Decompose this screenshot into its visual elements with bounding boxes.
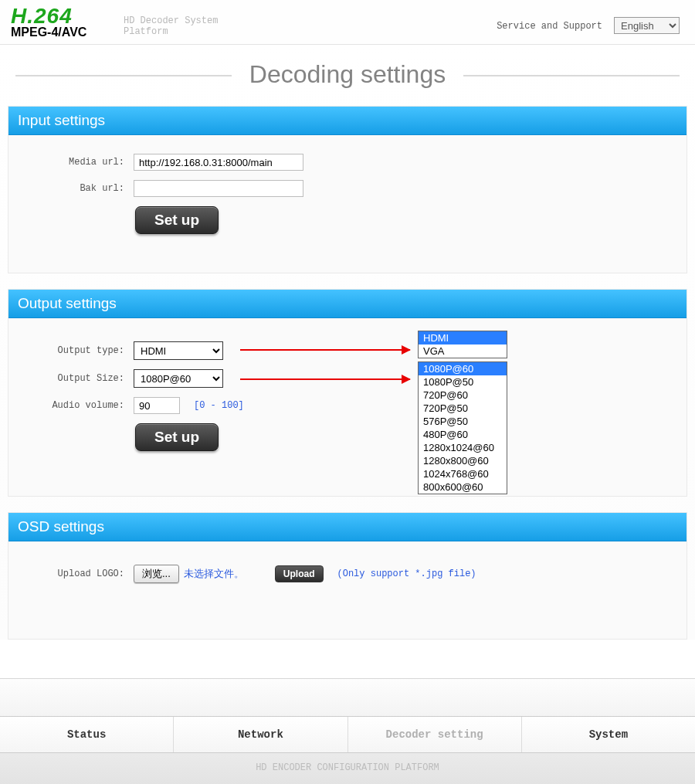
option-vga[interactable]: VGA [419,344,507,358]
bottom-area: Status Network Decoder setting System HD… [0,678,695,784]
option-1024x768-60[interactable]: 1024x768@60 [419,467,507,480]
output-setup-button[interactable]: Set up [135,423,219,451]
input-settings-panel: Input settings Media url: Bak url: Set u… [8,106,687,273]
page-body: Decoding settings Input settings Media u… [0,45,695,640]
input-setup-button[interactable]: Set up [135,206,219,234]
arrow-output-size [240,378,410,380]
tab-decoder[interactable]: Decoder setting [348,717,522,752]
audio-volume-input[interactable] [134,397,180,414]
option-480p-60[interactable]: 480P@60 [419,428,507,441]
option-1080p-50[interactable]: 1080P@50 [419,375,507,389]
option-hdmi[interactable]: HDMI [419,331,507,344]
file-status-text: 未选择文件。 [184,567,244,581]
upload-button[interactable]: Upload [275,565,324,582]
output-type-options-popup[interactable]: HDMIVGA [418,331,507,358]
option-1280x1024-60[interactable]: 1280x1024@60 [419,441,507,454]
option-800x600-60[interactable]: 800x600@60 [419,480,507,494]
arrow-output-type [240,349,410,351]
output-size-select[interactable]: 1080P@60 [134,369,223,388]
language-select[interactable]: English [614,17,680,34]
option-720p-50[interactable]: 720P@50 [419,402,507,415]
tab-status[interactable]: Status [0,717,174,752]
option-576p-50[interactable]: 576P@50 [419,415,507,428]
bottom-tabs: Status Network Decoder setting System [0,716,695,753]
upload-hint: (Only support *.jpg file) [337,568,476,579]
option-1080p-60[interactable]: 1080P@60 [419,362,507,375]
output-type-select[interactable]: HDMI [134,341,223,360]
top-bar: H.264 MPEG-4/AVC HD Decoder System Platf… [0,0,695,45]
output-type-label: Output type: [18,345,134,356]
audio-volume-label: Audio volume: [18,400,134,411]
osd-settings-panel: OSD settings Upload LOGO: 浏览... 未选择文件。 U… [8,512,687,640]
option-1280x800-60[interactable]: 1280x800@60 [419,454,507,467]
service-support-link[interactable]: Service and Support [497,21,602,32]
input-settings-header: Input settings [8,107,687,135]
bak-url-input[interactable] [134,180,303,197]
media-url-input[interactable] [134,154,303,171]
audio-volume-hint: [0 - 100] [194,400,244,411]
footer-text: HD ENCODER CONFIGURATION PLATFORM [0,753,695,784]
output-settings-body: Output type: HDMI Output Size: 1080P@60 … [8,318,687,496]
upload-logo-label: Upload LOGO: [18,568,134,579]
option-720p-60[interactable]: 720P@60 [419,389,507,402]
osd-settings-header: OSD settings [8,513,687,541]
tab-network[interactable]: Network [174,717,348,752]
output-size-options-popup[interactable]: 1080P@601080P@50720P@60720P@50576P@50480… [418,361,507,494]
bak-url-label: Bak url: [18,183,134,194]
logo-subtitle: HD Decoder System Platform [124,15,218,38]
page-title: Decoding settings [8,60,687,89]
logo-line2: MPEG-4/AVC [11,25,86,39]
output-settings-panel: Output settings Output type: HDMI Output… [8,289,687,497]
output-size-label: Output Size: [18,373,134,384]
logo: H.264 MPEG-4/AVC [11,4,86,39]
media-url-label: Media url: [18,157,134,168]
tab-system[interactable]: System [522,717,695,752]
browse-button[interactable]: 浏览... [134,565,179,583]
output-settings-header: Output settings [8,290,687,318]
